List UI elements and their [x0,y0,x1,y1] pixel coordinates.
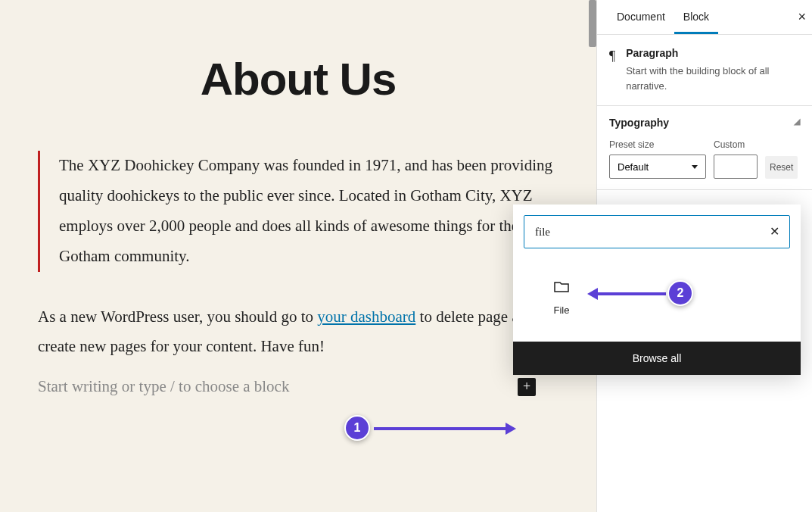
typography-header[interactable]: Typography ◢ [609,117,800,129]
typography-label: Typography [609,117,669,129]
add-block-button[interactable]: + [518,378,536,396]
block-info-panel: ¶ Paragraph Start with the building bloc… [597,35,812,106]
editor-canvas: About Us The XYZ Doohickey Company was f… [0,0,596,512]
vertical-scrollbar[interactable] [589,0,596,47]
file-block-label: File [530,304,593,316]
file-icon [530,277,593,295]
preset-size-label: Preset size [609,139,706,150]
preset-size-field: Preset size Default [609,139,706,179]
block-info-text: Paragraph Start with the building block … [626,47,800,93]
paragraph-text-pre: As a new WordPress user, you should go t… [38,308,317,326]
tab-document[interactable]: Document [608,0,674,34]
clear-search-icon[interactable]: ✕ [770,224,779,239]
sidebar-tabs: Document Block × [597,0,812,35]
chevron-up-icon: ◢ [794,117,800,129]
dashboard-link[interactable]: your dashboard [317,308,415,326]
block-inserter-popup: ✕ File Browse all [513,204,801,375]
reset-button[interactable]: Reset [765,156,798,179]
quote-text: The XYZ Doohickey Company was founded in… [59,151,558,272]
custom-size-field: Custom [714,139,758,179]
typography-panel: Typography ◢ Preset size Default Custom … [597,106,812,190]
paragraph-block[interactable]: As a new WordPress user, you should go t… [38,302,558,363]
inserter-results: File [513,259,801,342]
block-description: Start with the building block of all nar… [626,64,800,93]
placeholder-text: Start writing or type / to choose a bloc… [38,377,289,396]
block-title: Paragraph [626,47,800,59]
preset-size-select[interactable]: Default [609,155,706,179]
preset-size-value: Default [618,161,649,173]
plus-icon: + [523,379,530,395]
block-search-input[interactable] [524,215,790,248]
tab-block[interactable]: Block [674,0,718,34]
browse-all-button[interactable]: Browse all [513,342,801,375]
annotation-arrow-1 [374,427,507,430]
custom-size-input[interactable] [714,155,758,179]
quote-block[interactable]: The XYZ Doohickey Company was founded in… [38,151,558,272]
annotation-marker-1: 1 [344,415,370,441]
empty-block-placeholder[interactable]: Start writing or type / to choose a bloc… [38,377,558,396]
page-title[interactable]: About Us [0,53,596,105]
annotation-marker-2: 2 [667,280,693,306]
close-sidebar-icon[interactable]: × [798,9,806,25]
annotation-arrow-2 [596,292,666,295]
custom-size-label: Custom [714,139,758,150]
paragraph-icon: ¶ [609,48,615,93]
